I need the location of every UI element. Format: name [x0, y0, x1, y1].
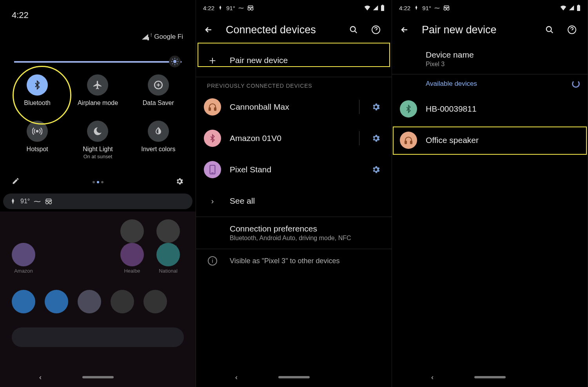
bluetooth-icon: [400, 100, 417, 118]
svg-rect-25: [577, 5, 580, 11]
app-bar: Pair new device: [392, 16, 588, 44]
datasaver-icon: [148, 74, 169, 96]
weather-pin-icon: [9, 198, 16, 205]
search-bar[interactable]: [12, 327, 184, 347]
available-device-hb[interactable]: HB-00039811: [392, 93, 588, 125]
svg-rect-26: [578, 5, 579, 5]
brightness-icon: [171, 58, 179, 65]
search-button[interactable]: [545, 25, 558, 34]
phone-icon: [204, 161, 221, 178]
device-settings-button[interactable]: [368, 134, 384, 143]
device-name: HB-00039811: [426, 104, 580, 114]
device-settings-button[interactable]: [368, 165, 384, 174]
loading-spinner-icon: [572, 80, 580, 88]
pair-list: Device name Pixel 3 Available devices HB…: [392, 44, 588, 156]
nav-back-icon[interactable]: ‹: [431, 373, 434, 382]
settings-button[interactable]: [175, 177, 184, 186]
nav-bar: ‹: [392, 371, 588, 383]
connection-preferences-row[interactable]: Connection preferences Bluetooth, Androi…: [196, 217, 392, 249]
nav-bar: ‹: [0, 371, 196, 383]
device-name: Pixel Stand: [230, 165, 359, 174]
home-dock: [12, 290, 167, 313]
carrier-row: ! Google Fi: [142, 33, 183, 41]
status-incognito-icon: [247, 5, 254, 11]
device-row-amazon[interactable]: Amazon 01V0: [196, 123, 392, 154]
brightness-slider[interactable]: [14, 61, 181, 63]
quick-settings-panel: 4:22 ! Google Fi Bluetooth Airplane mode: [3, 3, 192, 191]
notification-weather[interactable]: 91° ⁓: [3, 194, 192, 209]
brightness-knob[interactable]: [169, 56, 181, 67]
status-pin-icon: [414, 5, 419, 11]
headphones-icon: [204, 98, 221, 116]
svg-point-14: [251, 8, 253, 10]
nav-pill[interactable]: [474, 376, 506, 378]
invertcolors-icon: [148, 121, 169, 142]
signal-icon: [569, 5, 574, 11]
nav-pill[interactable]: [278, 376, 310, 378]
status-bar: 4:22 91° ⁓: [196, 3, 392, 13]
home-apps-row2: Amazon: [12, 243, 35, 274]
chevron-right-icon: ›: [204, 192, 221, 210]
battery-icon: [381, 5, 385, 11]
device-row-pixelstand[interactable]: Pixel Stand: [196, 154, 392, 185]
available-label: Available devices: [426, 80, 563, 88]
nav-pill[interactable]: [82, 376, 114, 378]
battery-icon: [577, 5, 581, 11]
wifi-icon: [560, 5, 566, 11]
info-icon: i: [208, 256, 217, 266]
help-button[interactable]: [371, 25, 384, 34]
back-button[interactable]: [204, 25, 216, 34]
nav-back-icon[interactable]: ‹: [39, 373, 42, 382]
weather-temp: 91°: [20, 198, 30, 205]
available-device-office-speaker[interactable]: Office speaker: [392, 125, 588, 156]
bluetooth-icon: [27, 74, 48, 96]
help-button[interactable]: [567, 25, 580, 34]
pair-label: Pair new device: [230, 56, 384, 65]
tile-hotspot[interactable]: Hotspot: [7, 116, 67, 159]
svg-line-6: [177, 63, 178, 64]
svg-point-17: [350, 27, 356, 32]
incognito-icon: [45, 198, 53, 204]
tile-nightlight[interactable]: Night Light On at sunset: [67, 116, 128, 159]
visible-as-row: i Visible as "Pixel 3" to other devices: [196, 249, 392, 273]
svg-rect-29: [405, 141, 407, 144]
device-settings-button[interactable]: [368, 102, 384, 112]
tile-label: Bluetooth: [24, 99, 51, 107]
tile-label: Invert colors: [141, 146, 175, 153]
tile-invertcolors[interactable]: Invert colors: [128, 116, 189, 159]
section-previously-connected: PREVIOUSLY CONNECTED DEVICES: [196, 77, 392, 91]
hotspot-icon: [27, 121, 48, 142]
edit-tiles-button[interactable]: [12, 177, 20, 185]
pair-new-device-row[interactable]: ＋ Pair new device: [196, 44, 392, 77]
screen-pair-new: 4:22 91° ⁓ Pair new device Device name: [392, 0, 588, 387]
page-title: Connected devices: [226, 24, 340, 36]
status-cloud-icon: ⁓: [238, 5, 244, 11]
svg-rect-15: [381, 5, 384, 11]
visible-as-text: Visible as "Pixel 3" to other devices: [230, 257, 384, 265]
svg-point-10: [36, 130, 38, 132]
signal-icon: [142, 34, 148, 40]
signal-alert-icon: !: [151, 33, 152, 38]
page-indicator: [93, 181, 103, 183]
nav-back-icon[interactable]: ‹: [235, 373, 238, 382]
qs-tiles-grid: Bluetooth Airplane mode Data Saver Hotsp…: [7, 70, 189, 159]
tile-label: Night Light: [83, 146, 113, 153]
tile-datasaver[interactable]: Data Saver: [128, 70, 189, 107]
svg-rect-30: [410, 141, 412, 144]
tile-bluetooth[interactable]: Bluetooth: [7, 70, 67, 107]
device-name: Cannonball Max: [230, 102, 350, 112]
device-name-row[interactable]: Device name Pixel 3: [392, 44, 588, 74]
device-row-cannonball[interactable]: Cannonball Max: [196, 91, 392, 123]
see-all-row[interactable]: › See all: [196, 185, 392, 217]
available-devices-header: Available devices: [392, 74, 588, 93]
conn-pref-sub: Bluetooth, Android Auto, driving mode, N…: [230, 235, 384, 242]
status-time: 4:22: [399, 5, 410, 11]
search-button[interactable]: [349, 25, 362, 34]
back-button[interactable]: [400, 25, 412, 34]
device-name: Office speaker: [426, 136, 580, 145]
svg-point-24: [447, 8, 449, 10]
conn-pref-title: Connection preferences: [230, 224, 384, 233]
screen-connected-devices: 4:22 91° ⁓ Connected devices ＋ Pair new …: [196, 0, 392, 387]
tile-airplane[interactable]: Airplane mode: [67, 70, 128, 107]
divider: [359, 100, 359, 114]
